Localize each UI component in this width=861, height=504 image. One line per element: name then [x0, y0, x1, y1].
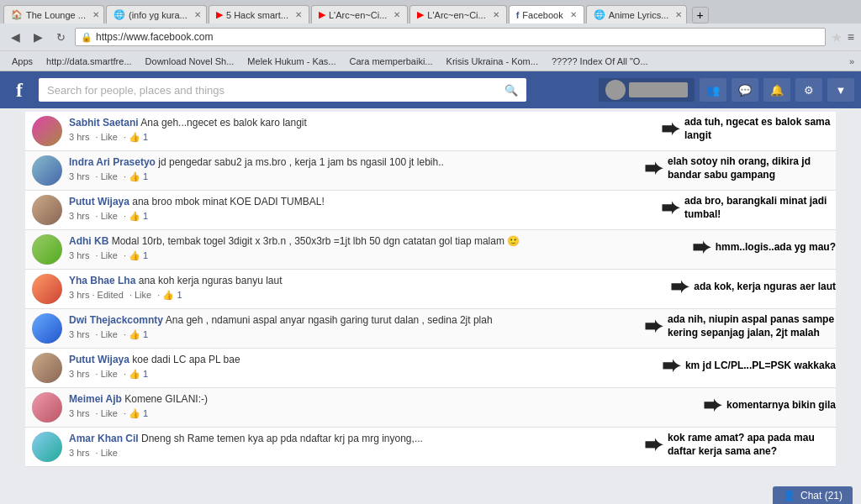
avatar: [32, 274, 62, 304]
forward-button[interactable]: ▶: [29, 29, 47, 45]
menu-button[interactable]: ≡: [848, 30, 854, 44]
like-button[interactable]: Like: [101, 369, 118, 379]
post-author[interactable]: Dwi Thejackcomnty: [69, 314, 163, 326]
like-count: 👍 1: [129, 329, 151, 339]
post-item: Putut Wijaya koe dadi LC apa PL bae 3 hr…: [25, 349, 836, 388]
callout-text: kok rame amat? apa pada mau daftar kerja…: [668, 432, 836, 458]
tab-info[interactable]: 🌐 (info yg kura... ✕: [106, 5, 207, 24]
new-tab-button[interactable]: +: [692, 7, 709, 24]
bookmark-index[interactable]: ????? Index Of All "O...: [547, 55, 653, 67]
tab-lounge[interactable]: 🏠 The Lounge ... ✕: [3, 5, 104, 24]
like-button[interactable]: Like: [135, 290, 151, 300]
post-author[interactable]: Meimei Ajb: [69, 393, 122, 405]
search-placeholder-text: Search for people, places and things: [47, 84, 224, 97]
post-author[interactable]: Adhi KB: [69, 235, 108, 247]
tab-larc1[interactable]: ▶ L'Arc~en~Ci... ✕: [311, 5, 408, 24]
like-button[interactable]: Like: [101, 211, 118, 221]
post-author[interactable]: Indra Ari Prasetyo: [69, 156, 156, 168]
like-button[interactable]: Like: [101, 171, 118, 181]
bookmark-apps[interactable]: Apps: [7, 55, 38, 67]
callout-text: ada kok, kerja nguras aer laut: [694, 281, 836, 294]
chat-bar[interactable]: 👤 Chat (21): [773, 486, 853, 504]
feed-area: Sabhit Saetani Ana geh...ngecet es balok…: [18, 112, 843, 467]
fb-profile-area[interactable]: [599, 78, 695, 102]
callout-text: komentarnya bikin gila: [726, 399, 836, 412]
callout-area: ➨ ada tuh, ngecat es balok sama langit: [661, 116, 836, 142]
tab-label: 5 Hack smart...: [226, 10, 288, 20]
tab-anime[interactable]: 🌐 Anime Lyrics... ✕: [586, 5, 687, 24]
arrow-icon: ➨: [661, 116, 679, 142]
back-button[interactable]: ◀: [7, 29, 24, 45]
bookmark-krisis[interactable]: Krisis Ukraina - Kom...: [441, 55, 543, 67]
post-item: Indra Ari Prasetyo jd pengedar sabu2 ja …: [25, 151, 836, 191]
like-count: 👍 1: [129, 408, 151, 418]
tab-close[interactable]: ✕: [295, 10, 302, 19]
tab-close[interactable]: ✕: [194, 10, 201, 19]
post-author[interactable]: Putut Wijaya: [69, 196, 129, 207]
fb-search-box[interactable]: Search for people, places and things 🔍: [39, 78, 526, 102]
post-item: Sabhit Saetani Ana geh...ngecet es balok…: [25, 112, 836, 151]
post-text: Ana geh...ngecet es balok karo langit: [140, 117, 306, 129]
callout-text: ada nih, niupin aspal panas sampe kering…: [668, 313, 836, 339]
callout-text: hmm..logis..ada yg mau?: [716, 241, 836, 255]
callout-area: ➨ ada bro, barangkali minat jadi tumbal!: [661, 195, 836, 221]
tab-favicon: 🌐: [114, 9, 125, 20]
tab-favicon: 🏠: [11, 9, 23, 20]
browser-chrome: 🏠 The Lounge ... ✕ 🌐 (info yg kura... ✕ …: [0, 0, 861, 71]
post-text: Komene GILANI:-): [124, 393, 208, 405]
avatar: [605, 80, 626, 100]
tab-close[interactable]: ✕: [675, 10, 682, 19]
callout-area: ➨ komentarnya bikin gila: [703, 392, 836, 418]
arrow-icon: ➨: [692, 234, 710, 260]
tab-larc2[interactable]: ▶ L'Arc~en~Ci... ✕: [409, 5, 506, 24]
bookmark-star-button[interactable]: ★: [831, 29, 843, 45]
like-button[interactable]: Like: [101, 250, 118, 260]
like-count: 👍 1: [129, 132, 151, 142]
tab-close[interactable]: ✕: [493, 10, 499, 19]
like-count: 👍 1: [129, 211, 151, 221]
address-bar[interactable]: 🔒 https://www.facebook.com: [75, 28, 826, 46]
nav-bar: ◀ ▶ ↻ 🔒 https://www.facebook.com ★ ≡: [0, 24, 861, 50]
reload-button[interactable]: ↻: [52, 29, 70, 45]
callout-area: ➨ ada nih, niupin aspal panas sampe keri…: [644, 313, 836, 339]
fb-friends-icon[interactable]: 👥: [700, 78, 726, 102]
post-author[interactable]: Putut Wijaya: [69, 354, 129, 365]
chat-label: Chat (21): [800, 490, 843, 501]
post-author[interactable]: Yha Bhae Lha: [69, 275, 135, 286]
post-text: Dneng sh Rame temen kya ap pda ndaftar k…: [141, 433, 423, 444]
search-icon: 🔍: [504, 84, 518, 97]
tab-close[interactable]: ✕: [92, 10, 99, 19]
like-button[interactable]: Like: [101, 329, 118, 339]
post-time: 3 hrs: [69, 369, 89, 379]
post-text: ana broo mbok minat KOE DADI TUMBAL!: [132, 196, 325, 207]
bookmarks-more[interactable]: »: [849, 56, 854, 66]
post-author[interactable]: Amar Khan Cil: [69, 433, 139, 444]
arrow-icon: ➨: [644, 155, 663, 181]
like-button[interactable]: Like: [101, 132, 118, 142]
post-time: 3 hrs · Edited: [69, 290, 124, 300]
tab-hack[interactable]: ▶ 5 Hack smart... ✕: [209, 5, 309, 24]
tab-close[interactable]: ✕: [570, 10, 577, 19]
tab-close[interactable]: ✕: [394, 10, 400, 19]
post-time: 3 hrs: [69, 132, 89, 142]
fb-notifications-icon[interactable]: 🔔: [763, 78, 790, 102]
post-text: jd pengedar sabu2 ja ms.bro , kerja 1 ja…: [158, 156, 444, 168]
fb-messages-icon[interactable]: 💬: [732, 78, 758, 102]
bookmark-smartfre[interactable]: http://data.smartfre...: [41, 55, 137, 67]
arrow-icon: ➨: [644, 432, 663, 458]
post-item: Amar Khan Cil Dneng sh Rame temen kya ap…: [25, 428, 836, 467]
avatar: [32, 116, 62, 146]
fb-logo: f: [7, 77, 32, 102]
like-count: 👍 1: [129, 171, 151, 181]
tab-facebook[interactable]: f Facebook ✕: [509, 5, 584, 24]
bookmark-hukum[interactable]: Melek Hukum - Kas...: [242, 55, 341, 67]
fb-dropdown-icon[interactable]: ▼: [827, 78, 854, 102]
fb-settings-icon[interactable]: ⚙: [795, 78, 822, 102]
post-author[interactable]: Sabhit Saetani: [69, 117, 139, 129]
callout-area: ➨ kok rame amat? apa pada mau daftar ker…: [644, 432, 836, 458]
bookmark-cara[interactable]: Cara memperbaiki...: [345, 55, 438, 67]
like-button[interactable]: Like: [101, 408, 118, 418]
arrow-icon: ➨: [662, 353, 680, 379]
bookmark-novel[interactable]: Download Novel Sh...: [140, 55, 240, 67]
like-button[interactable]: Like: [101, 448, 118, 458]
